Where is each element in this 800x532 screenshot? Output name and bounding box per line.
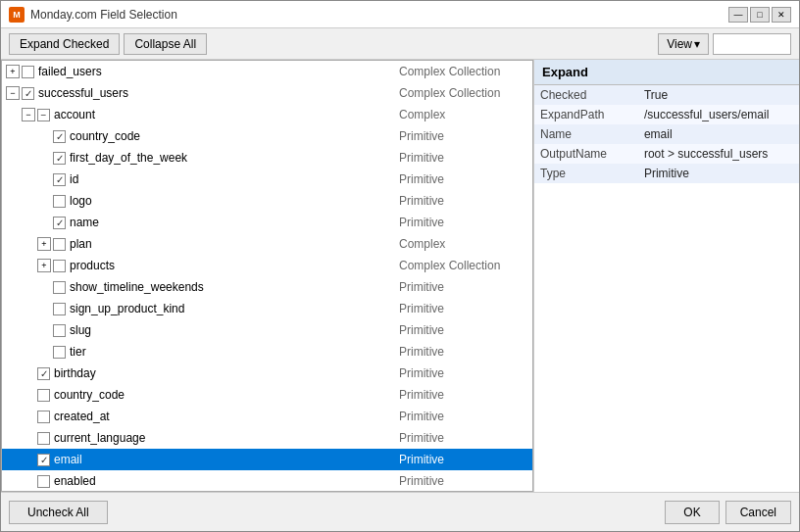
tree-item[interactable]: −✓successful_usersComplex Collection [2,82,532,104]
detail-label: ExpandPath [534,105,638,124]
tree-item-type: Primitive [391,431,528,445]
tree-item[interactable]: ✓first_day_of_the_weekPrimitive [2,147,532,169]
toolbar-left: Expand Checked Collapse All [9,33,207,55]
expand-collapse-button[interactable]: + [37,259,51,272]
close-button[interactable]: ✕ [772,7,791,23]
tree-item[interactable]: country_codePrimitive [2,384,532,406]
tree-item-checkbox[interactable] [37,475,50,488]
tree-item-name: enabled [54,474,391,488]
tree-item-checkbox[interactable] [53,195,66,208]
tree-item[interactable]: sign_up_product_kindPrimitive [2,298,532,319]
detail-row: TypePrimitive [534,164,799,183]
tree-item-name: id [70,172,391,186]
minimize-button[interactable]: — [728,7,748,23]
tree-item-name: country_code [54,388,391,402]
tree-item-checkbox[interactable] [53,238,66,251]
tree-item-name: country_code [70,129,391,143]
ok-button[interactable]: OK [665,501,719,524]
tree-item-checkbox[interactable] [53,303,66,315]
tree-item-checkbox[interactable]: ✓ [53,130,66,143]
tree-item[interactable]: created_atPrimitive [2,406,532,427]
tree-item-checkbox[interactable] [37,411,50,423]
tree-item-checkbox[interactable] [37,389,50,402]
tree-item-name: current_language [54,431,391,445]
tree-item-type: Primitive [391,194,528,208]
expand-placeholder [37,194,51,208]
uncheck-all-button[interactable]: Uncheck All [9,501,108,524]
view-label: View [667,37,692,51]
tree-item[interactable]: tierPrimitive [2,341,532,363]
tree-item-checkbox[interactable] [37,432,50,445]
tree-item-type: Primitive [391,302,528,315]
maximize-button[interactable]: □ [750,7,770,23]
expand-placeholder [37,172,51,186]
tree-item-checkbox[interactable]: ✓ [53,173,66,186]
detail-section: CheckedTrueExpandPath/successful_users/e… [534,85,799,492]
tree-item[interactable]: enabledPrimitive [2,470,532,492]
collapse-all-button[interactable]: Collapse All [124,33,207,55]
tree-item[interactable]: ✓birthdayPrimitive [2,363,532,384]
expand-placeholder [37,151,51,165]
tree-item-type: Primitive [391,388,528,402]
expand-collapse-button[interactable]: − [22,108,35,121]
tree-item-name: successful_users [38,86,391,100]
title-bar: M Monday.com Field Selection — □ ✕ [1,1,799,28]
tree-item-checkbox[interactable] [53,324,66,337]
tree-item[interactable]: slugPrimitive [2,319,532,341]
tree-item-checkbox[interactable]: ✓ [37,367,50,380]
tree-item[interactable]: show_timeline_weekendsPrimitive [2,276,532,298]
expand-placeholder [22,453,35,466]
expand-checked-button[interactable]: Expand Checked [9,33,120,55]
tree-item-checkbox[interactable]: ✓ [53,152,66,165]
expand-collapse-button[interactable]: + [6,65,20,78]
detail-label: Name [534,124,638,144]
tree-item[interactable]: +planComplex [2,233,532,255]
toolbar: Expand Checked Collapse All View ▾ [1,28,799,60]
tree-item-checkbox[interactable]: ✓ [22,87,34,100]
tree-item-name: plan [70,237,391,251]
tree-item-checkbox[interactable] [53,260,66,272]
tree-item-name: slug [70,323,391,337]
tree-item[interactable]: current_languagePrimitive [2,427,532,449]
app-icon: M [9,7,25,23]
main-content: +failed_usersComplex Collection−✓success… [1,60,799,492]
detail-value: True [638,85,799,105]
tree-item-name: account [54,108,391,121]
expand-placeholder [37,323,51,337]
expand-collapse-button[interactable]: + [37,237,51,251]
tree-item-type: Primitive [391,323,528,337]
cancel-button[interactable]: Cancel [725,501,791,524]
expand-placeholder [22,366,35,380]
tree-item-name: name [70,216,391,229]
tree-item[interactable]: +failed_usersComplex Collection [2,61,532,82]
tree-item-checkbox[interactable] [53,346,66,359]
tree-item-type: Primitive [391,151,528,165]
tree-item-checkbox[interactable] [53,281,66,294]
tree-item[interactable]: ✓emailPrimitive [2,449,532,470]
detail-label: Checked [534,85,638,105]
tree-item[interactable]: ✓country_codePrimitive [2,125,532,147]
expand-placeholder [37,280,51,294]
tree-item-name: show_timeline_weekends [70,280,391,294]
tree-item[interactable]: +productsComplex Collection [2,255,532,276]
tree-item[interactable]: ✓idPrimitive [2,169,532,190]
tree-item-checkbox[interactable]: ✓ [53,217,66,229]
tree-item-type: Complex [391,237,528,251]
tree-item-checkbox[interactable]: ✓ [37,454,50,466]
tree-item-type: Primitive [391,345,528,359]
tree-container[interactable]: +failed_usersComplex Collection−✓success… [1,60,533,492]
expand-collapse-button[interactable]: − [6,86,20,100]
view-button[interactable]: View ▾ [658,33,709,55]
tree-item-checkbox[interactable] [22,66,34,78]
view-search-input[interactable] [713,33,791,55]
tree-item[interactable]: −−accountComplex [2,104,532,125]
tree-item-name: first_day_of_the_week [70,151,391,165]
detail-row: OutputNameroot > successful_users [534,144,799,164]
tree-item-checkbox[interactable]: − [37,109,50,121]
tree-item[interactable]: ✓namePrimitive [2,212,532,233]
detail-value: root > successful_users [638,144,799,164]
tree-item[interactable]: logoPrimitive [2,190,532,212]
expand-placeholder [37,345,51,359]
detail-row: Nameemail [534,124,799,144]
footer: Uncheck All OK Cancel [1,492,799,531]
